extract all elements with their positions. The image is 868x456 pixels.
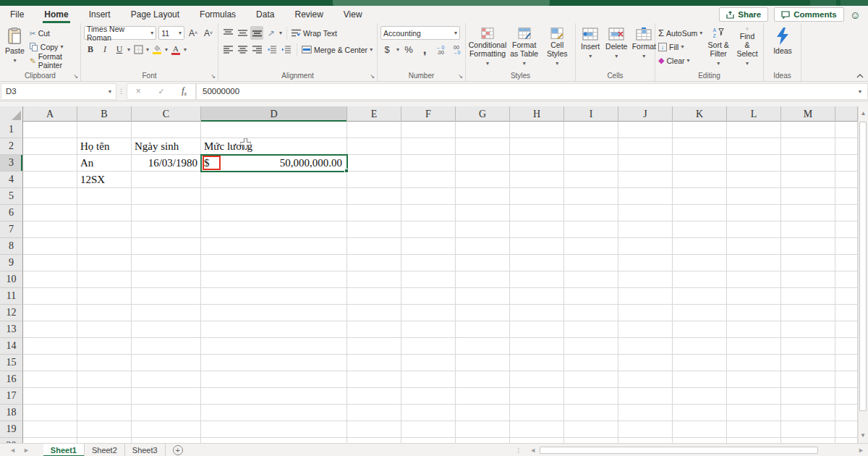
cell-H9[interactable]	[510, 255, 564, 271]
cell-E17[interactable]	[347, 388, 401, 405]
cell-D19[interactable]	[201, 421, 347, 438]
cell-B14[interactable]	[77, 338, 132, 355]
row-header-5[interactable]: 5	[0, 188, 23, 205]
cell-M3[interactable]	[781, 155, 835, 172]
cell-F17[interactable]	[401, 388, 456, 405]
cell-D8[interactable]	[201, 238, 347, 255]
cell-M5[interactable]	[781, 188, 835, 205]
cell-H1[interactable]	[510, 122, 564, 138]
cell-B11[interactable]	[77, 288, 132, 305]
sheet-tab-sheet1[interactable]: Sheet1	[43, 444, 85, 456]
cell-I16[interactable]	[564, 371, 618, 388]
cell-G19[interactable]	[456, 421, 510, 438]
cell-B13[interactable]	[77, 321, 132, 338]
cell-J5[interactable]	[618, 188, 673, 205]
cell-L4[interactable]	[727, 172, 781, 188]
column-header-D[interactable]: D	[201, 106, 347, 122]
borders-button[interactable]	[132, 43, 145, 56]
row-header-2[interactable]: 2	[0, 138, 23, 155]
cell-I1[interactable]	[564, 122, 618, 138]
cell-L7[interactable]	[727, 221, 781, 238]
ribbon-tab-review[interactable]: Review	[284, 6, 333, 23]
cell-B19[interactable]	[77, 421, 132, 438]
cell-M13[interactable]	[781, 321, 835, 338]
fill-chevron[interactable]: ▾	[681, 43, 684, 50]
cell-K16[interactable]	[673, 371, 727, 388]
cell-E6[interactable]	[347, 205, 401, 221]
cell-D7[interactable]	[201, 221, 347, 238]
scroll-up-arrow-icon[interactable]: ▲	[859, 106, 868, 117]
cell-G10[interactable]	[456, 271, 510, 288]
cell-C7[interactable]	[132, 221, 201, 238]
cell-A4[interactable]	[23, 172, 77, 188]
cell-G12[interactable]	[456, 305, 510, 321]
row-header-14[interactable]: 14	[0, 338, 23, 355]
cell-A13[interactable]	[23, 321, 77, 338]
cell-A16[interactable]	[23, 371, 77, 388]
cell-J9[interactable]	[618, 255, 673, 271]
cell-A6[interactable]	[23, 205, 77, 221]
cell-C10[interactable]	[132, 271, 201, 288]
ribbon-tab-formulas[interactable]: Formulas	[190, 6, 246, 23]
cell-H3[interactable]	[510, 155, 564, 172]
cell-C5[interactable]	[132, 188, 201, 205]
cell-A10[interactable]	[23, 271, 77, 288]
format-painter-button[interactable]: ✎ Format Painter	[30, 54, 77, 67]
cell-E3[interactable]	[347, 155, 401, 172]
cell-I15[interactable]	[564, 355, 618, 371]
cell-C14[interactable]	[132, 338, 201, 355]
row-header-12[interactable]: 12	[0, 305, 23, 321]
cell-L16[interactable]	[727, 371, 781, 388]
cell-H10[interactable]	[510, 271, 564, 288]
cell-J6[interactable]	[618, 205, 673, 221]
cell-L17[interactable]	[727, 388, 781, 405]
cell-E8[interactable]	[347, 238, 401, 255]
cell-L13[interactable]	[727, 321, 781, 338]
underline-button[interactable]: U	[113, 43, 126, 56]
cell-M9[interactable]	[781, 255, 835, 271]
cell-H11[interactable]	[510, 288, 564, 305]
cell-F6[interactable]	[401, 205, 456, 221]
cell-E10[interactable]	[347, 271, 401, 288]
cell-A18[interactable]	[23, 405, 77, 421]
cell-A3[interactable]	[23, 155, 77, 172]
cell-J10[interactable]	[618, 271, 673, 288]
cell-E19[interactable]	[347, 421, 401, 438]
cell-I3[interactable]	[564, 155, 618, 172]
cell-J17[interactable]	[618, 388, 673, 405]
formula-bar-splitter[interactable]: ⋮	[116, 88, 127, 95]
cell-E2[interactable]	[347, 138, 401, 155]
increase-decimal-button[interactable]: ←0.00	[434, 43, 447, 56]
cell-M2[interactable]	[781, 138, 835, 155]
cell-H16[interactable]	[510, 371, 564, 388]
cell-G1[interactable]	[456, 122, 510, 138]
cell-E7[interactable]	[347, 221, 401, 238]
cell-D17[interactable]	[201, 388, 347, 405]
hscroll-right-arrow-icon[interactable]: ►	[854, 447, 868, 454]
cell-C11[interactable]	[132, 288, 201, 305]
share-button[interactable]: Share	[719, 7, 768, 22]
cell-J1[interactable]	[618, 122, 673, 138]
cell-B4[interactable]: 12SX	[77, 172, 132, 188]
titlebar-search-box[interactable]	[333, 0, 550, 6]
cell-I18[interactable]	[564, 405, 618, 421]
increase-indent-button[interactable]	[279, 43, 292, 56]
accounting-format-button[interactable]: $	[380, 43, 393, 56]
cell-I20[interactable]	[564, 438, 618, 443]
cell-J14[interactable]	[618, 338, 673, 355]
cell-M11[interactable]	[781, 288, 835, 305]
align-bottom-button[interactable]	[250, 26, 263, 40]
cell-M16[interactable]	[781, 371, 835, 388]
cell-M7[interactable]	[781, 221, 835, 238]
row-header-20[interactable]: 20	[0, 438, 23, 443]
cell-I6[interactable]	[564, 205, 618, 221]
cell-K5[interactable]	[673, 188, 727, 205]
cell-G11[interactable]	[456, 288, 510, 305]
copy-dropdown-chevron[interactable]: ▾	[60, 43, 63, 50]
cancel-entry-icon[interactable]: ×	[136, 86, 141, 96]
formula-input[interactable]: 50000000 ▾	[196, 83, 868, 100]
cell-C20[interactable]	[132, 438, 201, 443]
cell-G18[interactable]	[456, 405, 510, 421]
font-dialog-launcher-icon[interactable]: ↘	[210, 73, 216, 80]
cell-F16[interactable]	[401, 371, 456, 388]
